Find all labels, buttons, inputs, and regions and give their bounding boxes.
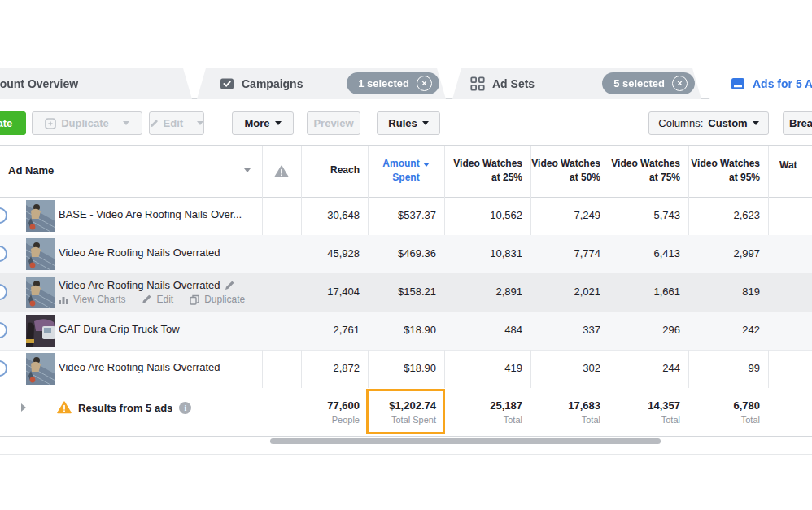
duplicate-button[interactable]: Duplicate xyxy=(32,111,142,135)
ad-thumbnail-roof xyxy=(26,353,55,385)
breakdown-button[interactable]: Breakdown xyxy=(783,111,812,135)
table-row[interactable]: Video Are Roofing Nails Overrated 2,872 … xyxy=(0,350,812,388)
cell-amount-spent: $537.37 xyxy=(368,209,444,221)
edit-action[interactable]: Edit xyxy=(156,294,173,305)
table-header-amount-spent[interactable]: Amount Spent xyxy=(368,145,444,197)
edit-button[interactable]: Edit xyxy=(149,111,204,135)
ad-active-toggle[interactable] xyxy=(0,246,7,262)
create-button[interactable]: Create xyxy=(0,111,26,135)
results-expand-icon[interactable] xyxy=(21,403,26,412)
table-row[interactable]: Video Are Roofing Nails Overrated View C… xyxy=(0,273,812,312)
cell-video-watches-25: 10,831 xyxy=(444,247,530,259)
cell-video-watches-95: 2,997 xyxy=(688,247,768,259)
total-vw75: 14,357 xyxy=(609,399,688,412)
warning-column-icon xyxy=(274,165,289,178)
pill-close-icon[interactable]: × xyxy=(672,76,688,91)
campaigns-icon xyxy=(220,76,234,91)
table-header-clipped[interactable]: Wat xyxy=(779,159,797,171)
cell-video-watches-95: 242 xyxy=(688,324,768,336)
ad-sets-selected-count: 5 selected xyxy=(613,77,665,89)
total-reach: 77,600 xyxy=(301,399,368,412)
campaigns-selected-pill[interactable]: 1 selected × xyxy=(347,72,439,94)
edit-pencil-icon[interactable] xyxy=(225,281,234,290)
chevron-down-icon xyxy=(753,121,759,125)
ads-icon xyxy=(731,76,745,91)
ad-active-toggle[interactable] xyxy=(0,360,7,377)
table-header-video-watches-50[interactable]: Video Watches at 50% xyxy=(530,145,609,197)
cell-reach: 30,648 xyxy=(301,209,368,221)
view-charts-icon xyxy=(59,295,68,304)
tab-ads[interactable]: Ads for 5 Ad Sets xyxy=(709,68,812,99)
ad-thumbnail-roof xyxy=(26,277,55,308)
table-header-video-watches-25[interactable]: Video Watches at 25% xyxy=(444,145,530,197)
cell-amount-spent: $18.90 xyxy=(368,324,444,336)
ad-name-filter-caret-icon[interactable] xyxy=(244,168,251,172)
cell-video-watches-75: 5,743 xyxy=(609,209,688,221)
campaigns-selected-count: 1 selected xyxy=(358,77,409,89)
table-header-video-watches-75[interactable]: Video Watches at 75% xyxy=(609,145,688,197)
cell-video-watches-50: 302 xyxy=(530,362,609,374)
button-divider xyxy=(190,112,190,134)
tab-campaigns[interactable]: Campaigns 1 selected × xyxy=(197,68,446,99)
cell-reach: 17,404 xyxy=(301,286,368,298)
cell-amount-spent: $469.36 xyxy=(368,247,444,259)
ad-thumbnail-truck xyxy=(26,315,55,347)
table-row[interactable]: BASE - Video Are Roofing Nails Over... 3… xyxy=(0,197,812,235)
table-row[interactable]: GAF Dura Grip Truck Tow 2,761 $18.90 484… xyxy=(0,312,812,350)
info-icon[interactable]: i xyxy=(179,402,191,414)
total-vw95: 6,780 xyxy=(688,399,768,412)
cell-reach: 2,761 xyxy=(301,324,368,336)
button-divider xyxy=(116,112,116,134)
chevron-down-icon xyxy=(422,121,429,125)
ad-thumbnail xyxy=(26,200,55,232)
ad-thumbnail xyxy=(26,238,55,270)
ad-name[interactable]: GAF Dura Grip Truck Tow xyxy=(59,323,180,335)
duplicate-action[interactable]: Duplicate xyxy=(204,294,245,305)
sort-caret-icon xyxy=(423,163,430,167)
horizontal-scrollbar[interactable] xyxy=(270,438,661,444)
cell-video-watches-50: 7,774 xyxy=(530,247,609,259)
table-header-ad-name[interactable]: Ad Name xyxy=(8,145,252,197)
pill-close-icon[interactable]: × xyxy=(417,76,432,91)
panel-bottom-border xyxy=(0,454,812,455)
more-button[interactable]: More xyxy=(232,111,294,135)
ad-sets-selected-pill[interactable]: 5 selected × xyxy=(602,72,695,94)
chevron-down-icon[interactable] xyxy=(123,121,129,125)
row-actions: View Charts Edit Duplicate xyxy=(59,294,245,305)
total-sub-label: Total xyxy=(688,415,768,425)
ad-active-toggle[interactable] xyxy=(0,207,7,224)
total-sub-label: Total xyxy=(444,415,530,425)
ad-thumbnail xyxy=(26,277,55,308)
table-header-video-watches-95[interactable]: Video Watches at 95% xyxy=(688,145,768,197)
tab-ads-label: Ads for 5 Ad Sets xyxy=(753,77,812,90)
columns-button[interactable]: Columns: Custom xyxy=(648,111,769,135)
chevron-down-icon[interactable] xyxy=(197,121,203,125)
table-row[interactable]: Video Are Roofing Nails Overrated 45,928… xyxy=(0,235,812,273)
cell-video-watches-75: 296 xyxy=(609,324,688,336)
cell-video-watches-75: 244 xyxy=(609,362,688,374)
cell-video-watches-25: 484 xyxy=(444,324,530,336)
ad-name[interactable]: Video Are Roofing Nails Overrated xyxy=(59,279,220,291)
ad-name[interactable]: Video Are Roofing Nails Overrated xyxy=(59,361,220,373)
preview-button[interactable]: Preview xyxy=(307,111,360,135)
ad-active-toggle[interactable] xyxy=(0,322,7,338)
cell-reach: 2,872 xyxy=(301,362,368,374)
pencil-icon xyxy=(142,294,151,304)
total-vw25: 25,187 xyxy=(444,399,530,412)
rules-button[interactable]: Rules xyxy=(377,111,440,135)
table-bottom-border xyxy=(0,436,812,437)
total-sub-label: Total xyxy=(609,415,688,425)
cell-video-watches-95: 2,623 xyxy=(688,209,768,221)
ad-active-toggle[interactable] xyxy=(0,284,7,300)
view-charts-action[interactable]: View Charts xyxy=(73,294,125,305)
tab-campaigns-label: Campaigns xyxy=(242,77,303,90)
cell-amount-spent: $158.21 xyxy=(368,286,444,298)
cell-video-watches-75: 1,661 xyxy=(609,286,688,298)
ad-name[interactable]: BASE - Video Are Roofing Nails Over... xyxy=(59,208,242,220)
tab-ad-sets[interactable]: Ad Sets 5 selected × xyxy=(452,68,701,99)
ad-thumbnail-roof xyxy=(26,200,55,232)
tab-account-overview[interactable]: Account Overview xyxy=(0,68,192,99)
ads-manager-screen: Account Overview Campaigns 1 selected × … xyxy=(0,0,812,510)
table-header-reach[interactable]: Reach xyxy=(301,145,368,197)
ad-name[interactable]: Video Are Roofing Nails Overrated xyxy=(59,246,220,259)
